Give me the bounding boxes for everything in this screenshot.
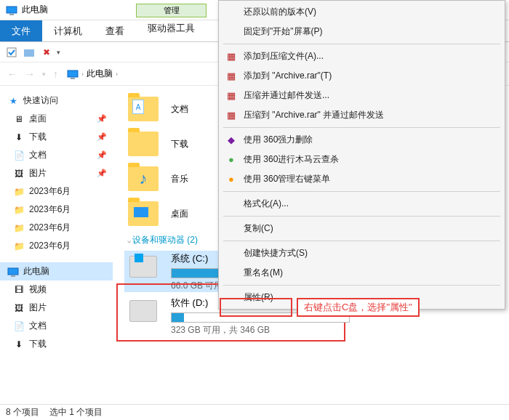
sidebar-item-documents[interactable]: 📄文档 — [0, 317, 113, 335]
status-item-count: 8 个项目 — [6, 406, 39, 419]
sidebar-item-label: 2023年6月 — [29, 240, 71, 252]
chevron-down-icon[interactable]: ▾ — [41, 70, 47, 78]
sidebar-item-documents[interactable]: 📄文档📌 — [0, 146, 113, 164]
chevron-right-icon: › — [116, 70, 118, 78]
document-icon: 📄 — [13, 150, 25, 161]
menu-separator — [223, 127, 500, 128]
sidebar-item-downloads[interactable]: ⬇下载 — [0, 335, 113, 353]
menu-restore-previous[interactable]: 还原以前的版本(V) — [219, 2, 505, 22]
video-icon: 🎞 — [13, 284, 25, 296]
sidebar-item-downloads[interactable]: ⬇下载📌 — [0, 128, 113, 146]
sidebar-this-pc[interactable]: 此电脑 — [0, 262, 113, 280]
archive-icon: ▦ — [225, 89, 238, 102]
svg-rect-7 — [11, 275, 15, 277]
svg-rect-3 — [24, 49, 34, 57]
nav-pane: ★ 快速访问 🖥桌面📌 ⬇下载📌 📄文档📌 🖼图片📌 📁2023年6月 📁202… — [0, 86, 113, 404]
menu-create-shortcut[interactable]: 创建快捷方式(S) — [219, 243, 505, 263]
drive-icon — [124, 251, 162, 283]
menu-separator — [223, 216, 500, 217]
sidebar-item-label: 此电脑 — [23, 265, 49, 278]
archive-icon: ▦ — [225, 70, 238, 83]
menu-format[interactable]: 格式化(A)... — [219, 194, 505, 214]
download-icon: ⬇ — [13, 132, 25, 143]
sidebar-item-pictures[interactable]: 🖼图片 — [0, 299, 113, 317]
menu-separator — [223, 285, 500, 286]
menu-rename[interactable]: 重名名(M) — [219, 263, 505, 283]
svg-rect-0 — [7, 7, 17, 13]
sidebar-item-desktop[interactable]: 🖥桌面📌 — [0, 110, 113, 128]
breadcrumb[interactable]: › 此电脑 › — [64, 68, 121, 80]
sidebar-item-label: 视频 — [29, 283, 47, 296]
annotation-box — [220, 298, 292, 317]
archive-icon: ▦ — [225, 50, 238, 63]
pin-icon: 📌 — [97, 114, 107, 124]
menu-compress-rar-email[interactable]: ▦压缩到 "Archive.rar" 并通过邮件发送 — [219, 105, 505, 125]
sidebar-item-pictures[interactable]: 🖼图片📌 — [0, 164, 113, 182]
sidebar-item-folder[interactable]: 📁2023年6月 — [0, 182, 113, 201]
tab-view[interactable]: 查看 — [94, 20, 136, 41]
menu-add-archive-rar[interactable]: ▦添加到 "Archive.rar"(T) — [219, 66, 505, 86]
menu-copy[interactable]: 复制(C) — [219, 219, 505, 238]
sidebar-item-label: 图片 — [29, 167, 47, 179]
folder-small-icon[interactable] — [22, 45, 36, 60]
pc-icon — [7, 266, 19, 278]
pin-icon: 📌 — [97, 132, 107, 142]
sidebar-item-label: 快速访问 — [23, 94, 58, 107]
annotation-callout: 右键点击C盘，选择"属性" — [297, 298, 420, 317]
menu-separator — [223, 44, 500, 44]
forward-icon[interactable]: → — [23, 68, 36, 80]
pin-icon: 📌 — [97, 169, 107, 178]
folder-icon: 📁 — [13, 222, 25, 234]
chevron-down-icon[interactable]: ▾ — [57, 49, 60, 56]
window-title: 此电脑 — [22, 4, 48, 16]
sidebar-item-folder[interactable]: 📁2023年6月 — [0, 201, 113, 219]
sidebar-item-label: 2023年6月 — [29, 203, 71, 216]
folder-label: 文档 — [171, 103, 188, 116]
tab-drive-tools[interactable]: 驱动器工具 — [136, 20, 207, 35]
menu-add-archive[interactable]: ▦添加到压缩文件(A)... — [219, 47, 505, 66]
folder-icon: 📁 — [13, 204, 25, 216]
menu-separator — [223, 241, 500, 241]
sidebar-item-label: 下载 — [29, 338, 47, 350]
sidebar-item-folder[interactable]: 📁2023年6月 — [0, 237, 113, 255]
menu-360-manage[interactable]: ●使用 360管理右键菜单 — [219, 169, 505, 189]
checkbox-icon[interactable] — [4, 45, 19, 60]
status-selection-count: 选中 1 个项目 — [49, 406, 103, 419]
menu-360-delete[interactable]: ◆使用 360强力删除 — [219, 130, 505, 150]
context-menu: 还原以前的版本(V) 固定到"开始"屏幕(P) ▦添加到压缩文件(A)... ▦… — [218, 0, 505, 310]
pc-icon — [67, 69, 79, 79]
menu-compress-email[interactable]: ▦压缩并通过邮件发送... — [219, 86, 505, 105]
chevron-down-icon: ⌵ — [127, 237, 131, 244]
status-bar: 8 个项目 选中 1 个项目 — [0, 404, 509, 420]
tab-computer[interactable]: 计算机 — [42, 20, 94, 41]
sidebar-quick-access[interactable]: ★ 快速访问 — [0, 92, 113, 110]
section-label: 设备和驱动器 (2) — [132, 235, 198, 245]
svg-rect-2 — [7, 48, 16, 57]
svg-rect-1 — [9, 14, 14, 15]
sidebar-item-label: 2023年6月 — [29, 222, 71, 234]
crumb-this-pc[interactable]: 此电脑 — [87, 68, 113, 80]
tab-file[interactable]: 文件 — [0, 20, 42, 41]
desktop-icon: 🖥 — [13, 113, 25, 125]
svg-rect-5 — [71, 78, 75, 79]
pc-icon — [6, 4, 17, 16]
menu-separator — [223, 191, 500, 192]
folder-label: 音乐 — [171, 173, 188, 185]
menu-360-scan[interactable]: ●使用 360进行木马云查杀 — [219, 150, 505, 169]
menu-pin-start[interactable]: 固定到"开始"屏幕(P) — [219, 22, 505, 41]
sidebar-item-label: 2023年6月 — [29, 185, 71, 198]
sidebar-item-label: 文档 — [29, 149, 47, 161]
archive-icon: ▦ — [225, 109, 238, 122]
sidebar-item-folder[interactable]: 📁2023年6月 — [0, 219, 113, 237]
folder-icon: 📁 — [13, 186, 25, 198]
picture-icon: 🖼 — [13, 168, 25, 179]
sidebar-item-label: 桌面 — [29, 113, 47, 125]
back-icon[interactable]: ← — [6, 68, 19, 80]
up-icon[interactable]: ↑ — [52, 68, 60, 80]
sidebar-item-label: 图片 — [29, 302, 47, 314]
360-icon: ● — [225, 173, 238, 186]
ribbon-section-manage: 管理 — [136, 4, 207, 17]
x-small-icon[interactable]: ✖ — [39, 45, 54, 60]
sidebar-item-videos[interactable]: 🎞视频 — [0, 280, 113, 299]
star-icon: ★ — [7, 95, 19, 107]
